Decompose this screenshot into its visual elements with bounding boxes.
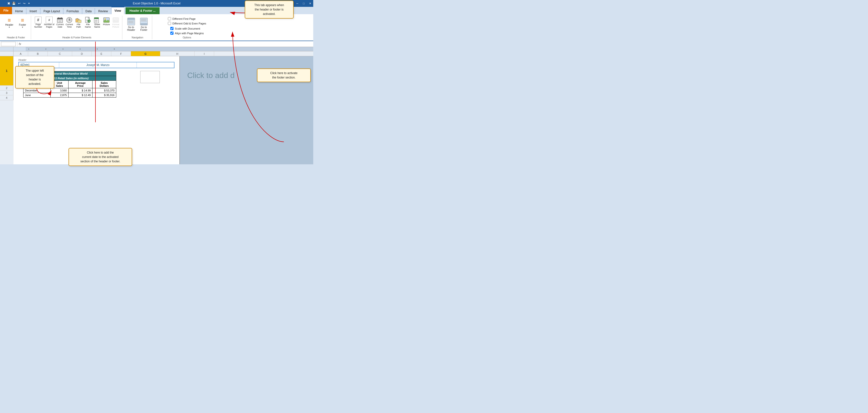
col-header-i[interactable]: I bbox=[194, 51, 214, 56]
formula-bar: fx bbox=[0, 41, 313, 47]
ribbon-group-elements: # PageNumber # Number ofPages bbox=[32, 15, 122, 39]
current-time-button[interactable]: CurrentTime bbox=[65, 16, 74, 29]
cell-unit-dec: 3,560 bbox=[51, 88, 68, 93]
sheet-body: Header &[Date] Joseph M. Manzo General M… bbox=[13, 56, 313, 164]
row-headers-area: 1 2 3 4 bbox=[0, 47, 13, 164]
cell-month-dec: December bbox=[24, 88, 51, 93]
main-area: 1 2 3 4 1 2 3 4 5 6 bbox=[0, 47, 313, 164]
col-header-h[interactable]: H bbox=[160, 51, 194, 56]
row-header-2[interactable]: 2 bbox=[0, 85, 13, 91]
save-icon[interactable]: 💾 bbox=[11, 2, 17, 5]
svg-rect-19 bbox=[94, 18, 99, 19]
different-odd-even-checkbox[interactable] bbox=[168, 22, 171, 25]
elements-buttons: # PageNumber # Number ofPages bbox=[33, 16, 120, 36]
window-controls: ─ □ ✕ bbox=[294, 0, 313, 7]
format-picture-icon bbox=[112, 16, 119, 24]
row-header-4[interactable]: 4 bbox=[0, 95, 13, 100]
svg-text:✕: ✕ bbox=[88, 20, 90, 23]
name-box[interactable] bbox=[1, 42, 16, 46]
different-odd-even-label[interactable]: Different Odd & Even Pages bbox=[173, 22, 206, 25]
cell-unit-jun: 2,875 bbox=[51, 93, 68, 98]
format-picture-button[interactable]: FormatPicture bbox=[111, 16, 120, 29]
formula-input[interactable] bbox=[22, 42, 312, 45]
different-first-page-label[interactable]: Different First Page bbox=[173, 18, 196, 20]
align-with-page-margins-row: Align with Page Margins bbox=[170, 32, 204, 35]
go-to-header-icon bbox=[127, 17, 135, 26]
table-row: December 3,560 $ 14.99 $ 53,370 bbox=[24, 88, 116, 93]
redo-icon[interactable]: ↪ bbox=[22, 2, 26, 5]
page-number-button[interactable]: # PageNumber bbox=[33, 16, 43, 29]
tab-page-layout[interactable]: Page Layout bbox=[40, 8, 63, 14]
picture-icon bbox=[103, 16, 110, 24]
tab-info-callout: This tab appears when the header or foot… bbox=[245, 0, 293, 19]
date-info-callout: Click here to add the current date to th… bbox=[68, 148, 132, 166]
fx-label: fx bbox=[19, 42, 21, 46]
quick-access-toolbar: ✖ 💾 ↩ ↪ ▼ bbox=[7, 0, 31, 7]
col-header-e[interactable]: E bbox=[92, 51, 111, 56]
page-number-icon: # bbox=[35, 16, 41, 24]
customize-icon[interactable]: ▼ bbox=[27, 2, 31, 5]
cell-price-dec: $ 14.99 bbox=[68, 88, 92, 93]
svg-rect-32 bbox=[128, 23, 134, 23]
sheet-name-button[interactable]: SheetName bbox=[93, 16, 101, 29]
different-first-page-checkbox[interactable] bbox=[168, 17, 171, 20]
upper-left-callout: The upper left section of the header is … bbox=[15, 66, 54, 89]
tab-insert[interactable]: Insert bbox=[26, 8, 40, 14]
col-header-d[interactable]: D bbox=[72, 51, 92, 56]
tab-formulas[interactable]: Formulas bbox=[63, 8, 82, 14]
table-row: June 2,875 $ 12.49 $ 35,916 bbox=[24, 93, 116, 98]
header-button[interactable]: ≡ Header ▼ bbox=[3, 16, 16, 29]
cell-price-jun: $ 12.49 bbox=[68, 93, 92, 98]
picture-button[interactable]: Picture bbox=[102, 16, 111, 26]
header-right-cell[interactable] bbox=[137, 62, 174, 68]
row-header-1[interactable]: 1 bbox=[0, 56, 13, 85]
number-of-pages-icon: # bbox=[46, 16, 53, 24]
different-odd-even-row: Different Odd & Even Pages bbox=[168, 22, 206, 25]
navigation-buttons: Go toHeader Go toFooter bbox=[125, 16, 150, 36]
formula-separator bbox=[17, 42, 18, 46]
undo-icon[interactable]: ↩ bbox=[18, 2, 21, 5]
row-header-3[interactable]: 3 bbox=[0, 91, 13, 95]
svg-text:7: 7 bbox=[59, 20, 61, 23]
window-title: Excel Objective 1.0 - Microsoft Excel bbox=[133, 2, 181, 5]
col-header-c[interactable]: C bbox=[48, 51, 72, 56]
tab-header-footer[interactable]: Header & Footer ... bbox=[126, 7, 160, 14]
tab-view[interactable]: View bbox=[111, 7, 124, 14]
ribbon-group-navigation: Go toHeader Go toFooter bbox=[123, 15, 152, 39]
col-header-f[interactable]: F bbox=[111, 51, 131, 56]
cell-sales-jun: $ 35,916 bbox=[92, 93, 116, 98]
col-header-b[interactable]: B bbox=[28, 51, 48, 56]
close-button[interactable]: ✕ bbox=[307, 0, 313, 7]
col-header-g[interactable]: G bbox=[131, 51, 160, 56]
tab-home[interactable]: Home bbox=[12, 8, 26, 14]
footer-rect bbox=[140, 71, 160, 83]
scale-with-document-checkbox[interactable] bbox=[170, 27, 174, 30]
hf-buttons: ≡ Header ▼ ≡ Footer ▼ bbox=[3, 16, 29, 36]
align-with-page-margins-checkbox[interactable] bbox=[170, 32, 174, 35]
col-header-a[interactable]: A bbox=[13, 51, 28, 56]
ribbon-group-options: Different First Page Different Odd & Eve… bbox=[153, 15, 221, 39]
corner-cell bbox=[0, 47, 13, 56]
svg-rect-23 bbox=[95, 22, 97, 22]
different-first-page-row: Different First Page bbox=[168, 17, 206, 20]
file-name-button[interactable]: ✕ FileName bbox=[84, 16, 92, 29]
tab-file[interactable]: File bbox=[0, 7, 12, 14]
current-date-button[interactable]: 7 CurrentDate bbox=[56, 16, 64, 29]
current-time-icon bbox=[66, 16, 73, 24]
scale-with-document-row: Scale with Document bbox=[170, 27, 204, 30]
header-center-cell[interactable]: Joseph M. Manzo bbox=[59, 62, 137, 68]
go-to-header-button[interactable]: Go toHeader bbox=[125, 16, 137, 32]
number-of-pages-button[interactable]: # Number ofPages bbox=[43, 16, 55, 29]
current-date-icon: 7 bbox=[57, 16, 63, 24]
scale-with-document-label[interactable]: Scale with Document bbox=[175, 27, 200, 30]
file-path-button[interactable]: FilePath bbox=[74, 16, 83, 29]
tab-review[interactable]: Review bbox=[95, 8, 111, 14]
maximize-button[interactable]: □ bbox=[301, 0, 307, 7]
go-to-footer-button[interactable]: Go toFooter bbox=[138, 16, 150, 32]
minimize-button[interactable]: ─ bbox=[294, 0, 301, 7]
footer-button[interactable]: ≡ Footer ▼ bbox=[16, 16, 29, 29]
align-with-page-margins-label[interactable]: Align with Page Margins bbox=[175, 32, 204, 35]
ribbon-group-header-footer: ≡ Header ▼ ≡ Footer ▼ Header & Footer bbox=[1, 15, 31, 39]
col-headers: A B C D E F G H I bbox=[13, 51, 313, 56]
tab-data[interactable]: Data bbox=[82, 8, 95, 14]
